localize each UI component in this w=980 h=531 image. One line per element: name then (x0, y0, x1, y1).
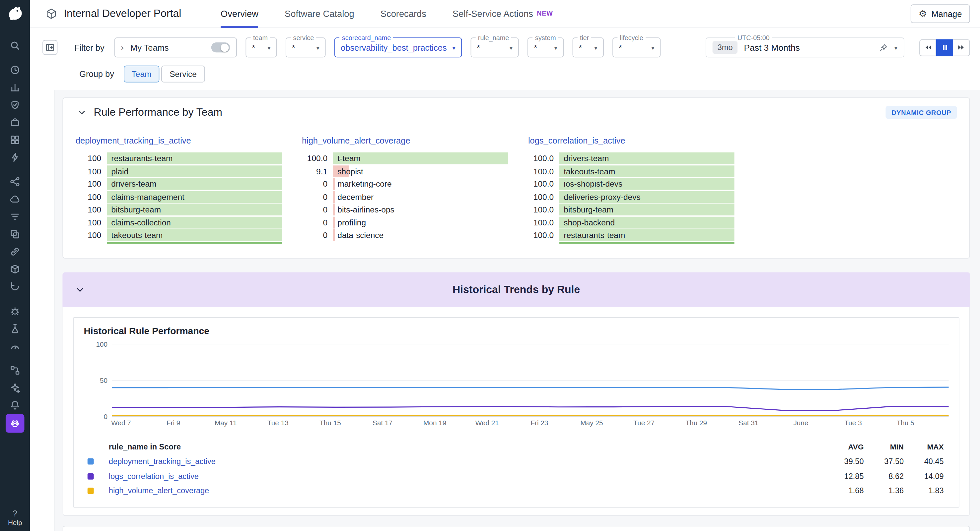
filter-team[interactable]: team*▾ (245, 38, 277, 57)
tab-software-catalog[interactable]: Software Catalog (285, 0, 354, 28)
toplist-bar[interactable]: restaurants-team (559, 229, 734, 241)
toplist-bar[interactable]: ios-shopist-devs (559, 178, 734, 190)
service-map-icon[interactable] (6, 173, 25, 190)
toplist-bar[interactable]: bits-airlines-ops (333, 203, 508, 216)
software-delivery-icon[interactable] (6, 260, 25, 278)
filter-tier[interactable]: tier*▾ (572, 38, 603, 57)
historical-trends-group: Historical Trends by Rule Historical Rul… (62, 258, 970, 516)
toplist-bar[interactable]: deliveries-proxy-devs (559, 191, 734, 203)
filter-label: rule_name (476, 34, 512, 41)
collapse-chevron-icon[interactable] (76, 106, 88, 119)
rule-link-high-volume-alert-coverage[interactable]: high_volume_alert_coverage (302, 136, 410, 146)
recent-icon[interactable] (6, 61, 25, 79)
tab-scorecards[interactable]: Scorecards (380, 0, 426, 28)
toplist-bar[interactable]: drivers-team (107, 178, 282, 190)
toplist-bar[interactable]: bitsburg-team (107, 203, 282, 216)
toplist-bar[interactable]: takeouts-team (559, 165, 734, 177)
toplist-bar[interactable]: claims-management (107, 191, 282, 203)
legend-item-deployment-tracking-is-active[interactable]: deployment_tracking_is_active (109, 457, 824, 466)
toplist-row: 100.0t-team (302, 152, 508, 165)
group-by-service[interactable]: Service (162, 66, 205, 82)
events-icon[interactable] (6, 149, 25, 166)
time-zoom-pill[interactable]: 3mo (713, 41, 738, 54)
sidebar-icon-groups (6, 37, 25, 439)
llm-observability-icon[interactable] (6, 379, 25, 397)
fast-forward-button[interactable] (953, 39, 970, 56)
my-teams-filter[interactable]: › My Teams (115, 38, 237, 57)
toplist-bar[interactable]: data-science (333, 229, 508, 241)
security-icon[interactable] (6, 190, 25, 208)
toplist-bar[interactable]: plaid (107, 165, 282, 177)
rewind-button[interactable] (919, 39, 936, 56)
rule-link-logs-correlation-is-active[interactable]: logs_correlation_is_active (528, 136, 625, 146)
toplist-bar[interactable]: marketing-core (333, 178, 508, 190)
legend-header: rule_name in Score (109, 442, 824, 451)
filter-service[interactable]: service*▾ (286, 38, 326, 57)
filter-lifecycle[interactable]: lifecycle*▾ (612, 38, 661, 57)
logs-icon[interactable] (6, 208, 25, 225)
internal-developer-portal-icon[interactable] (6, 414, 25, 433)
historical-trends-banner[interactable]: Historical Trends by Rule (62, 272, 970, 307)
toplist-bar[interactable]: drivers-team (559, 152, 734, 165)
help-icon: ? (13, 508, 18, 518)
tab-overview[interactable]: Overview (221, 0, 258, 28)
toplist-label: shop-backend (564, 216, 615, 228)
filter-scorecard-name[interactable]: scorecard_nameobservability_best_practic… (334, 38, 462, 57)
toplist-value: 0 (302, 218, 333, 227)
toplist-bar[interactable]: december (333, 191, 508, 203)
chart-canvas[interactable] (112, 343, 949, 417)
workflows-icon[interactable] (6, 361, 25, 379)
legend-swatch[interactable] (88, 473, 94, 480)
bar-fill (107, 165, 282, 177)
toplist-bar[interactable]: takeouts-team (107, 229, 282, 241)
error-tracking-icon[interactable] (6, 302, 25, 320)
tab-self-service-actions[interactable]: Self-Service ActionsNEW (452, 0, 553, 28)
historical-trends-body: Historical Rule Performance 050100 Wed 7… (62, 307, 970, 516)
toplist-bar[interactable]: shopist (333, 165, 508, 177)
toplist-bar[interactable]: claims-collection (107, 216, 282, 228)
x-tick-label: Thu 29 (686, 419, 707, 426)
synthetics-icon[interactable] (6, 278, 25, 295)
watchdog-icon[interactable] (6, 114, 25, 131)
collapse-chevron-icon[interactable] (74, 284, 86, 296)
dashboards-icon[interactable] (6, 79, 25, 96)
rule-link-deployment-tracking-is-active[interactable]: deployment_tracking_is_active (76, 136, 191, 146)
datadog-logo-icon[interactable] (6, 4, 25, 23)
pause-button[interactable] (936, 39, 953, 56)
toplist-bar[interactable]: restaurants-team (107, 152, 282, 165)
legend-item-logs-correlation-is-active[interactable]: logs_correlation_is_active (109, 472, 824, 480)
rum-icon[interactable] (6, 337, 25, 355)
dynamic-group-badge: DYNAMIC GROUP (886, 106, 957, 119)
toplist-value: 0 (302, 230, 333, 239)
group-by-segmented-control: TeamService (123, 66, 205, 82)
apm-icon[interactable] (6, 225, 25, 243)
toplist-row: 100.0ios-shopist-devs (528, 178, 735, 190)
sidebar-icon-group (6, 361, 25, 433)
filter-rule-name[interactable]: rule_name*▾ (471, 38, 519, 57)
expand-panel-button[interactable] (43, 40, 57, 55)
quality-gates-icon[interactable] (6, 320, 25, 338)
toplist-bar[interactable]: profiling (333, 216, 508, 228)
sidebar: ? Help (0, 0, 30, 531)
search-icon[interactable] (6, 37, 25, 54)
pin-icon[interactable] (879, 43, 888, 52)
help-button[interactable]: ? Help (8, 508, 22, 526)
legend-stat-header-min: MIN (864, 442, 904, 451)
legend-swatch[interactable] (88, 488, 94, 494)
filter-system[interactable]: system*▾ (528, 38, 564, 57)
group-by-team[interactable]: Team (123, 66, 159, 82)
integrations-icon[interactable] (6, 131, 25, 149)
notifications-icon[interactable] (6, 396, 25, 414)
time-range-control[interactable]: UTC-05:00 3mo Past 3 Months ▾ (706, 38, 904, 57)
toplist-row: 100takeouts-team (76, 229, 282, 241)
legend-item-high-volume-alert-coverage[interactable]: high_volume_alert_coverage (109, 487, 824, 495)
manage-button[interactable]: ⚙ Manage (910, 4, 970, 23)
toplist-bar[interactable]: t-team (333, 152, 508, 165)
ci-icon[interactable] (6, 243, 25, 260)
toplist-row: 0data-science (302, 229, 508, 241)
legend-swatch[interactable] (88, 458, 94, 465)
my-teams-toggle[interactable] (211, 43, 230, 52)
toplist-bar[interactable]: shop-backend (559, 216, 734, 228)
monitors-icon[interactable] (6, 96, 25, 114)
toplist-bar[interactable]: bitsburg-team (559, 203, 734, 216)
